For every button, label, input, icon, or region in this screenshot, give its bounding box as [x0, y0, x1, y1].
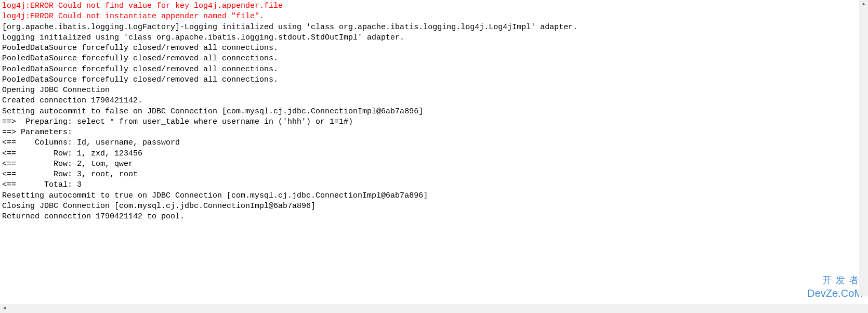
log-line: Logging initialized using 'class org.apa…	[2, 33, 866, 43]
vertical-scrollbar[interactable]: ▲	[859, 0, 868, 296]
log-line: ==> Preparing: select * from user_table …	[2, 117, 866, 127]
log-line: PooledDataSource forcefully closed/remov…	[2, 64, 866, 75]
log-line: Returned connection 1790421142 to pool.	[2, 212, 866, 222]
log-line: PooledDataSource forcefully closed/remov…	[2, 54, 866, 64]
log-error-line: log4j:ERROR Could not instantiate append…	[2, 11, 866, 22]
log-line: Opening JDBC Connection	[2, 85, 866, 96]
log-line: <== Total: 3	[2, 180, 866, 190]
log-line: Resetting autocommit to true on JDBC Con…	[2, 191, 866, 201]
log-line: <== Row: 1, zxd, 123456	[2, 149, 866, 159]
log-line: Created connection 1790421142.	[2, 96, 866, 106]
console-output: log4j:ERROR Could not find value for key…	[0, 0, 868, 296]
horizontal-scrollbar[interactable]: ◀	[0, 304, 859, 313]
log-line: <== Row: 3, root, root	[2, 169, 866, 180]
scrollbar-corner	[859, 304, 868, 313]
scroll-up-icon[interactable]: ▲	[859, 0, 868, 9]
scroll-left-icon[interactable]: ◀	[0, 304, 9, 313]
log-line: Setting autocommit to false on JDBC Conn…	[2, 107, 866, 117]
log-line: PooledDataSource forcefully closed/remov…	[2, 75, 866, 85]
log-line: ==> Parameters:	[2, 127, 866, 138]
log-line: <== Columns: Id, username, password	[2, 138, 866, 148]
log-line: [org.apache.ibatis.logging.LogFactory]-L…	[2, 22, 866, 33]
log-line: <== Row: 2, tom, qwer	[2, 159, 866, 169]
log-line: Closing JDBC Connection [com.mysql.cj.jd…	[2, 201, 866, 212]
log-line: PooledDataSource forcefully closed/remov…	[2, 43, 866, 54]
log-error-line: log4j:ERROR Could not find value for key…	[2, 1, 866, 11]
